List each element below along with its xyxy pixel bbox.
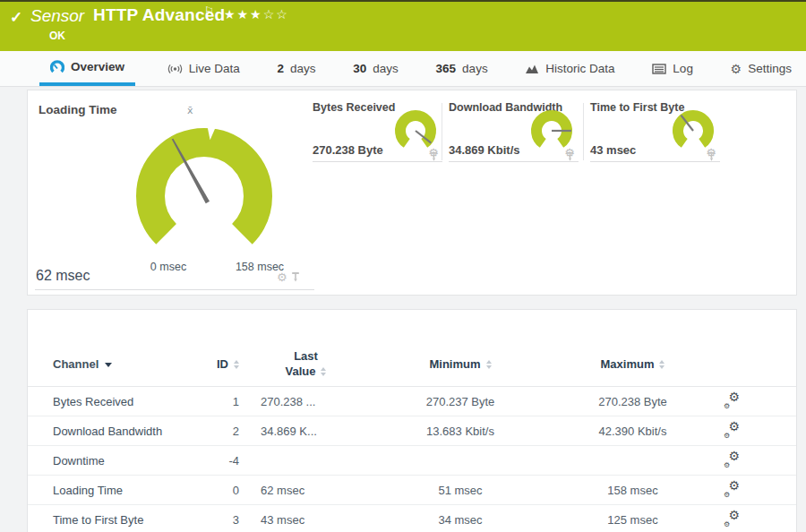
cell-maximum: 125 msec [550, 513, 716, 527]
tab-label: Historic Data [545, 62, 614, 75]
sort-icon[interactable] [321, 367, 326, 376]
channel-settings-button[interactable]: ⚙⚙ [723, 481, 742, 497]
loading-time-gauge [128, 117, 280, 261]
column-header-id[interactable]: ID [210, 357, 241, 371]
mini-gauge-download-bandwidth: Download Bandwidth 34.869 Kbit/s ⚙ [449, 101, 579, 162]
mini-gauge-bytes-received: Bytes Received 270.238 Byte ⚙ [313, 101, 442, 162]
cell-id: 3 [210, 513, 241, 527]
channel-table-panel: Channel ID Last Value Minimum Maximum [27, 309, 797, 532]
cell-channel[interactable]: Download Bandwidth [53, 425, 210, 438]
mini-gauge-value: 34.869 Kbit/s [449, 143, 520, 157]
mini-gauge-value: 43 msec [590, 143, 636, 157]
table-row[interactable]: Downtime -4 ⚙⚙ [28, 446, 796, 476]
main-gauge-value: 62 msec [36, 268, 90, 284]
tab-label: Live Data [189, 62, 240, 75]
gauge-min-label: 0 msec [133, 261, 204, 273]
priority-stars[interactable]: ★★★☆☆ [224, 7, 289, 21]
cell-channel[interactable]: Bytes Received [53, 395, 210, 408]
log-list-icon [652, 63, 666, 75]
gauges-panel: Loading Time x̄ 0 msec 158 msec 62 msec … [27, 90, 797, 296]
tab-2-days[interactable]: 2 days [272, 51, 322, 86]
live-data-icon [167, 62, 183, 76]
tab-label: days [462, 62, 488, 75]
tab-log[interactable]: Log [647, 51, 699, 86]
cell-last-value: 43 msec [241, 513, 371, 527]
mini-gauge-value: 270.238 Byte [313, 143, 383, 157]
column-header-minimum[interactable]: Minimum [371, 357, 550, 371]
cell-id: 0 [210, 484, 241, 497]
cell-last-value: 270.238 ... [241, 395, 371, 408]
channel-settings-button[interactable]: ⚙⚙ [723, 422, 742, 438]
pin-gauge-icon[interactable] [429, 151, 439, 162]
sort-icon[interactable] [659, 360, 665, 369]
column-header-channel[interactable]: Channel [53, 357, 210, 371]
column-header-last-value[interactable]: Last Value [241, 349, 371, 379]
divider [442, 103, 442, 160]
divider [35, 289, 314, 290]
column-label: Minimum [429, 357, 480, 371]
cell-id: 1 [210, 395, 241, 408]
mini-gauge-title: Bytes Received [313, 101, 395, 114]
gauge-settings-icon[interactable]: ⚙ [277, 271, 287, 283]
prtg-sensor-page: ✓ Sensor HTTP Advanced ⚐ ★★★☆☆ OK Overvi… [0, 0, 806, 532]
mini-gauge-time-to-first-byte: Time to First Byte 43 msec ⚙ [590, 101, 720, 162]
cell-id: -4 [210, 454, 241, 468]
table-row[interactable]: Time to First Byte 3 43 msec 34 msec 125… [28, 505, 796, 532]
column-label: Value [286, 365, 316, 379]
tab-live-data[interactable]: Live Data [162, 51, 245, 86]
tab-365-days[interactable]: 365 days [431, 51, 493, 86]
column-label: Last [294, 349, 318, 364]
channel-settings-button[interactable]: ⚙⚙ [723, 451, 742, 468]
sensor-header: ✓ Sensor HTTP Advanced ⚐ ★★★☆☆ OK [0, 0, 806, 51]
pin-gauge-icon[interactable] [707, 151, 716, 162]
status-badge: OK [49, 30, 65, 42]
cell-minimum: 51 msec [371, 484, 550, 497]
cell-minimum: 13.683 Kbit/s [371, 425, 550, 438]
sort-icon[interactable] [486, 360, 492, 369]
tab-label: Overview [71, 60, 124, 73]
cell-channel[interactable]: Time to First Byte [53, 513, 210, 527]
status-ok-check-icon: ✓ [10, 8, 22, 27]
tab-label: days [373, 62, 399, 75]
mean-marker-label: x̄ [187, 105, 193, 116]
tab-number: 365 [436, 62, 457, 75]
cell-maximum: 270.238 Byte [550, 395, 716, 408]
channel-settings-button[interactable]: ⚙⚙ [723, 392, 742, 408]
table-row[interactable]: Bytes Received 1 270.238 ... 270.237 Byt… [28, 387, 796, 416]
channel-settings-button[interactable]: ⚙⚙ [723, 511, 742, 527]
table-row[interactable]: Loading Time 0 62 msec 51 msec 158 msec … [28, 476, 796, 505]
cell-channel[interactable]: Loading Time [53, 484, 210, 497]
cell-channel[interactable]: Downtime [53, 454, 210, 468]
cell-id: 2 [210, 425, 241, 438]
flag-icon[interactable]: ⚐ [204, 4, 214, 17]
settings-gear-icon: ⚙ [731, 62, 742, 76]
tab-label: Log [673, 62, 693, 75]
divider [583, 103, 584, 160]
column-label: Maximum [601, 357, 655, 371]
sensor-kind-label: Sensor [30, 6, 84, 26]
gauge-icon [50, 60, 64, 74]
tab-number: 30 [353, 62, 366, 75]
column-header-maximum[interactable]: Maximum [550, 357, 716, 371]
tab-historic-data[interactable]: Historic Data [519, 51, 620, 86]
main-gauge-title: Loading Time [39, 103, 117, 116]
table-header-row: Channel ID Last Value Minimum Maximum [28, 342, 796, 387]
tab-settings[interactable]: ⚙ Settings [725, 51, 797, 86]
tab-label: Settings [748, 62, 792, 75]
sort-icon[interactable] [234, 360, 239, 369]
column-label: ID [217, 357, 228, 371]
column-label: Channel [53, 357, 99, 371]
pin-gauge-icon[interactable] [565, 151, 575, 162]
cell-minimum: 34 msec [371, 513, 550, 527]
historic-chart-icon [525, 62, 539, 75]
cell-last-value: 34.869 K... [241, 425, 371, 438]
tab-label: days [290, 62, 316, 75]
sort-desc-caret-icon [105, 363, 112, 371]
table-row[interactable]: Download Bandwidth 2 34.869 K... 13.683 … [28, 416, 796, 446]
tab-overview[interactable]: Overview [39, 51, 135, 86]
cell-maximum: 42.390 Kbit/s [550, 425, 716, 438]
tab-30-days[interactable]: 30 days [347, 51, 404, 86]
pin-gauge-icon[interactable] [290, 271, 301, 283]
tab-bar: Overview Live Data 2 days 30 days 365 da… [0, 51, 806, 87]
cell-minimum: 270.237 Byte [371, 395, 550, 408]
